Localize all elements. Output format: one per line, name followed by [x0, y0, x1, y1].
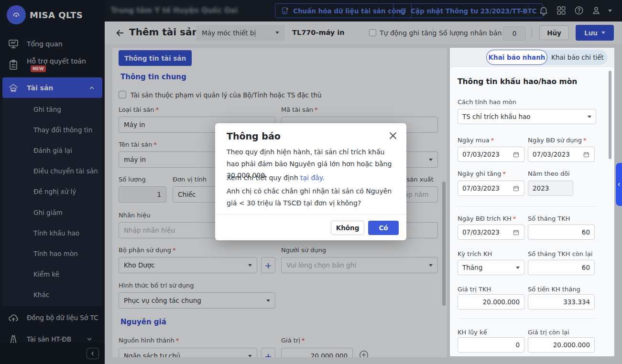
dep-start-date-label: Ngày BĐ trích KH*: [458, 215, 516, 222]
chevron-down-icon: [429, 264, 433, 267]
form-scrollbar[interactable]: [442, 182, 446, 306]
sidebar-item-label: Đồng bộ dữ liệu Sở TC: [27, 314, 98, 321]
add-funding-source-button[interactable]: +: [261, 348, 275, 357]
plus-icon: +: [264, 351, 272, 358]
dep-value-input[interactable]: 20.000.000: [458, 294, 524, 310]
dep-start-date-input[interactable]: 07/03/2023: [458, 225, 524, 240]
clone-count-input[interactable]: 0: [503, 26, 526, 41]
sidebar-item-label: Hỗ trợ quyết toánNEW: [27, 57, 105, 73]
dep-period-select[interactable]: Tháng: [458, 260, 524, 275]
yes-button[interactable]: Có: [368, 221, 399, 235]
field-value: 60: [582, 264, 590, 271]
sidebar-item-label: Tài sản HT-ĐB: [27, 335, 71, 343]
save-button[interactable]: Lưu: [576, 25, 614, 41]
monthly-amount-input[interactable]: 333.334: [528, 294, 595, 310]
clipboard-icon: [8, 59, 19, 71]
button-label: Lưu: [584, 29, 598, 37]
submenu-item-dieu-chuyen-tai-san[interactable]: Điều chuyển tài sản: [33, 161, 98, 181]
cloud-sync-icon: [8, 312, 19, 323]
cancel-button[interactable]: Hủy: [539, 25, 569, 40]
submenu-item-de-nghi-xu-ly[interactable]: Đề nghị xử lý: [33, 181, 76, 202]
button-label: Hủy: [547, 29, 561, 37]
dep-months-input[interactable]: 60: [528, 225, 595, 240]
start-use-date-input[interactable]: 07/03/2023: [528, 147, 595, 162]
clone-count-value: 0: [513, 30, 517, 37]
dep-value-label: Giá trị TKH: [458, 286, 491, 293]
submenu-label: Điều chuyển tài sản: [33, 167, 98, 175]
submenu-item-danh-gia-lai[interactable]: Đánh giá lại: [33, 140, 72, 161]
using-department-select[interactable]: Kho Dược: [119, 257, 257, 273]
back-arrow-icon[interactable]: [115, 28, 125, 38]
help-icon[interactable]: [574, 5, 584, 16]
sidebar-item-dong-bo-du-lieu[interactable]: Đồng bộ dữ liệu Sở TC: [0, 308, 105, 327]
sidebar-collapse-button[interactable]: [87, 348, 99, 359]
submenu-label: Kiểm kê: [33, 270, 59, 278]
submenu-item-thay-doi-thong-tin[interactable]: Thay đổi thông tin: [33, 119, 92, 140]
quantity-input[interactable]: 1: [119, 186, 166, 203]
funding-source-select[interactable]: Ngân sách tự chủ: [119, 348, 257, 357]
auto-record-checkbox[interactable]: [369, 29, 376, 36]
method-label: Cách tính hao mòn: [458, 98, 516, 106]
tab-detail-declaration[interactable]: Khai báo chi tiết: [547, 50, 608, 65]
submenu-item-kiem-ke[interactable]: Kiểm kê: [33, 264, 59, 284]
field-placeholder: Vui lòng chọn bản ghi: [286, 261, 425, 269]
field-value: Ngân sách tự chủ: [124, 352, 244, 357]
user-icon[interactable]: [591, 5, 601, 16]
user-menu-caret-icon[interactable]: [608, 10, 612, 12]
tab-quick-declaration[interactable]: Khai báo nhanh: [486, 50, 547, 65]
submenu-item-ghi-tang[interactable]: Ghi tăng: [33, 99, 61, 119]
dialog-title: Thông báo: [227, 131, 281, 141]
user-label: Người sử dụng: [281, 246, 326, 254]
usage-form-label: Hình thức bố trí sử dụng: [119, 282, 194, 289]
submenu-item-tinh-khau-hao[interactable]: Tính khấu hao: [33, 223, 79, 243]
expand-panel-handle[interactable]: [616, 163, 622, 206]
dep-months-left-label: Số tháng TKH còn lại: [528, 250, 592, 257]
remaining-value-input[interactable]: 20.000.000: [528, 337, 595, 353]
asset-name-label: Tên tài sản*: [119, 141, 157, 148]
user-select[interactable]: Vui lòng chọn bản ghi: [281, 257, 438, 273]
circle-plus-icon[interactable]: [359, 350, 369, 357]
accumulated-label: KH lũy kế: [458, 329, 487, 336]
submenu-item-khac[interactable]: Khác: [33, 284, 49, 305]
scope-checkbox[interactable]: [119, 91, 126, 98]
submenu-item-tinh-hao-mon[interactable]: Tính hao mòn: [33, 243, 78, 264]
sidebar-item-ho-tro-quyet-toan[interactable]: Hỗ trợ quyết toánNEW: [0, 55, 105, 75]
quantity-label: Số lượng: [119, 176, 146, 183]
sidebar-item-label: Tài sản: [27, 84, 53, 92]
tab-asset-info[interactable]: Thông tin tài sản: [119, 50, 192, 66]
submenu-item-ghi-giam[interactable]: Ghi giảm: [33, 202, 63, 223]
tracking-year-input[interactable]: 2023: [528, 181, 573, 196]
brand-label: Nhãn hiệu: [119, 212, 150, 219]
add-department-button[interactable]: +: [261, 257, 275, 273]
update-circular-button[interactable]: Cập nhật Thông tư 23/2023/TT-BTC: [393, 3, 543, 18]
field-value: Tháng: [462, 264, 512, 271]
asset-category-dropdown[interactable]: Máy móc thiết bị: [196, 25, 285, 41]
dep-months-left-input[interactable]: 60: [528, 260, 595, 275]
panel-scrollbar[interactable]: [609, 71, 611, 159]
usage-form-select[interactable]: Phục vụ công tác chung: [119, 292, 275, 309]
record-date-input[interactable]: 07/03/2023: [458, 181, 524, 196]
sidebar-item-tai-san[interactable]: Tài sản: [2, 77, 102, 98]
field-value: 333.334: [563, 298, 590, 306]
detail-link[interactable]: tại đây.: [300, 174, 325, 182]
chevron-down-icon: [248, 355, 252, 357]
button-label: Có: [379, 224, 388, 232]
submenu-label: Tính hao mòn: [33, 250, 78, 257]
cost-value-input[interactable]: 20.000.000: [281, 348, 353, 357]
bell-icon[interactable]: [538, 5, 549, 16]
notification-dialog: Thông báo Theo quy định hiện hành, tài s…: [215, 123, 406, 240]
purchase-date-input[interactable]: 07/03/2023: [458, 147, 524, 162]
sidebar-item-tong-quan[interactable]: Tổng quan: [0, 34, 105, 54]
calendar-icon: [513, 151, 520, 158]
asset-icon: [8, 82, 19, 94]
close-icon[interactable]: [387, 130, 399, 141]
apps-grid-icon[interactable]: [556, 5, 567, 16]
no-button[interactable]: Không: [331, 221, 364, 235]
cost-value-label: Giá trị*: [281, 337, 305, 344]
method-select[interactable]: TS chỉ trích khấu hao: [458, 109, 596, 124]
app-title: MISA QLTS: [30, 10, 83, 20]
standardize-data-button[interactable]: Chuẩn hóa dữ liệu tài sản công: [275, 3, 412, 18]
tab-label: Thông tin tài sản: [124, 54, 186, 62]
accumulated-input[interactable]: 0: [458, 337, 524, 353]
asset-code-label: Mã tài sản*: [281, 106, 318, 113]
